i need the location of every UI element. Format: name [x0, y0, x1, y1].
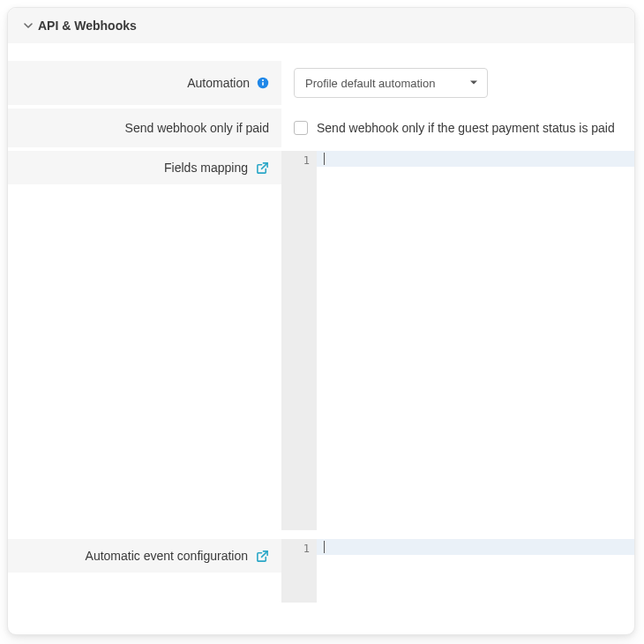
webhook-paid-value-cell: Send webhook only if the guest payment s… — [281, 109, 634, 147]
svg-point-2 — [262, 79, 264, 81]
svg-rect-1 — [262, 82, 264, 86]
automation-label: Automation — [187, 76, 250, 90]
auto-event-config-editor[interactable]: 1 — [281, 539, 634, 603]
auto-event-config-label: Automatic event configuration — [86, 549, 248, 563]
automation-row: Automation Profile default automation — [8, 61, 634, 105]
webhook-paid-checkbox-label: Send webhook only if the guest payment s… — [317, 121, 615, 135]
automation-selected-value: Profile default automation — [305, 77, 435, 90]
section-title: API & Webhooks — [38, 19, 137, 33]
line-number: 1 — [281, 153, 310, 168]
chevron-down-icon — [24, 19, 33, 33]
fields-mapping-row: Fields mapping 1 — [8, 151, 634, 530]
editor-gutter: 1 — [281, 539, 317, 603]
automation-label-cell: Automation — [8, 61, 281, 105]
editor-cursor — [324, 153, 325, 165]
editor-gutter: 1 — [281, 151, 317, 530]
auto-event-config-label-cell: Automatic event configuration — [8, 539, 281, 573]
auto-event-config-row: Automatic event configuration 1 — [8, 539, 634, 603]
webhook-paid-label-cell: Send webhook only if paid — [8, 109, 281, 147]
fields-mapping-editor[interactable]: 1 — [281, 151, 634, 530]
fields-mapping-label: Fields mapping — [164, 161, 248, 175]
line-number: 1 — [281, 541, 310, 557]
api-webhooks-panel: API & Webhooks Automation Profile defaul… — [7, 7, 635, 635]
automation-value-cell: Profile default automation — [281, 61, 634, 105]
automation-select[interactable]: Profile default automation — [294, 68, 488, 98]
section-header[interactable]: API & Webhooks — [8, 8, 634, 43]
external-link-icon[interactable] — [255, 549, 269, 563]
external-link-icon[interactable] — [255, 161, 269, 175]
webhook-paid-label: Send webhook only if paid — [125, 121, 269, 135]
caret-down-icon — [469, 77, 478, 90]
info-icon[interactable] — [257, 77, 269, 89]
fields-mapping-label-cell: Fields mapping — [8, 151, 281, 184]
webhook-paid-checkbox[interactable] — [294, 121, 308, 135]
editor-cursor — [324, 541, 325, 553]
webhook-paid-row: Send webhook only if paid Send webhook o… — [8, 109, 634, 147]
